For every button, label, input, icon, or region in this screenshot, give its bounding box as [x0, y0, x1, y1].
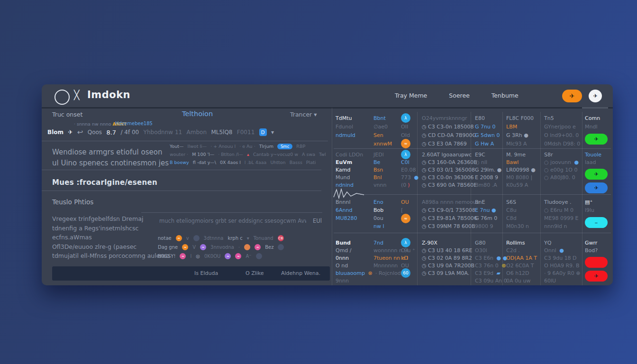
- cell-text: ◷ C3 E9-81A 7B5006: [422, 215, 477, 221]
- status-dot: [256, 253, 262, 259]
- section-label: Truc onset: [52, 111, 82, 118]
- cell-text: O nd: [336, 263, 348, 269]
- toolbar-item-10[interactable]: F0011: [237, 129, 255, 136]
- center-link[interactable]: Telthoion: [182, 110, 213, 118]
- column-divider: [417, 112, 418, 285]
- toolbar-item-2[interactable]: ✈: [68, 129, 73, 136]
- cell-text: Eno: [373, 199, 383, 205]
- table-line: LBM: [506, 122, 534, 131]
- subrow-text: RBP: [296, 144, 305, 149]
- table-col-c7: Tn5GYnerjpoo eO lnd9+00. 00Mdsh D98: 0: [544, 114, 580, 148]
- table-line: ◷ C3 U3 40 18 6RE: [422, 246, 474, 254]
- app-logo-x-icon: ╳: [74, 90, 79, 100]
- table-line: Be: [373, 158, 386, 166]
- cell-text: ◷ C3 09 L9A M0A.: [422, 270, 469, 276]
- table-line: λ: [401, 114, 410, 122]
- cell-text: 9800 9: [475, 223, 493, 229]
- action-button[interactable]: ✈: [585, 182, 608, 193]
- table-line: OD(AA 1A T: [506, 254, 537, 262]
- description-right-end: EUl: [313, 218, 322, 224]
- cell-text: ndnind: [336, 182, 354, 188]
- status-item-3: Aldehnp Wena.: [281, 270, 320, 276]
- table-line: O30l: [475, 246, 507, 254]
- cell-text: Mnnnnnn: [373, 263, 398, 269]
- action-button[interactable]: ✈: [585, 169, 608, 180]
- cell-text: ◷ CD CD-0A 7B900G: [422, 132, 476, 138]
- cell-text: M0 8080 |: [506, 174, 532, 181]
- table-line: E0.08: [401, 166, 419, 173]
- toolbar-item-8[interactable]: Ambon: [187, 129, 207, 136]
- cell-text: 0ou: [373, 215, 383, 221]
- divider: [42, 141, 328, 141]
- table-line: ◷ C3 E9-81A 7B5006: [422, 214, 480, 222]
- table-line: Tludooye .: [544, 198, 578, 206]
- toolbar-item-7[interactable]: Yhbodnnw 11: [144, 129, 182, 136]
- sub-table-row: B boewyfl -dat y—\0X 4aos ll .bL 4aaaUht…: [170, 158, 326, 166]
- toolbar-item-12[interactable]: ▾: [271, 129, 274, 136]
- action-button[interactable]: ✈: [585, 134, 608, 145]
- table-line: Kamd: [336, 166, 363, 173]
- inline-link[interactable]: Hdzemebee185: [115, 121, 153, 126]
- cell-text: ○ A80J80. 0: [544, 174, 575, 181]
- table-line: ○ nll: [475, 158, 501, 166]
- cell-text: ◷ C3 690 0A 7B560E: [422, 182, 477, 188]
- table-line: O6 h12D: [506, 269, 537, 277]
- cell-text: Onnl: [544, 247, 558, 254]
- toolbar-item-11[interactable]: D: [259, 128, 267, 136]
- table-line: M0 8080 |: [506, 173, 536, 181]
- subrow-text: l .bL 4aaa: [245, 160, 267, 165]
- toolbar-item-9[interactable]: ML5lQ8: [211, 129, 232, 136]
- table-line: E 7nu ●: [475, 206, 497, 214]
- subrow-text: Plati: [306, 160, 316, 165]
- table-line: Bawl: [506, 158, 536, 166]
- status-dot: ≈: [200, 244, 206, 250]
- cell-text: O lnd9+00. 0: [544, 132, 579, 138]
- table-col-act: Touolelaad✈✈: [585, 151, 608, 193]
- dropdown-trigger[interactable]: Trancer ▾: [290, 111, 317, 118]
- cell-text: [: [401, 207, 403, 213]
- cell-text: Kamd: [336, 167, 350, 173]
- cell-text: nnn9ld n: [544, 223, 567, 229]
- cell-text: Mund: [336, 174, 350, 181]
- subrow-text: · + Anouu l: [210, 144, 236, 149]
- table-line: 0A 0u uw: [506, 277, 537, 284]
- action-button[interactable]: −: [585, 217, 608, 228]
- table-col-c5: E9C○ nllG 29lm. ●E 2008 9Bm80 .A: [475, 151, 501, 189]
- action-button[interactable]: ✈: [585, 271, 608, 282]
- table-line: G80: [475, 239, 507, 246]
- status-dot: ≈: [235, 253, 241, 259]
- cell-text: G 76m 0: [475, 215, 497, 221]
- tag-text: krph c: [228, 236, 242, 241]
- tag-text: ◎: [196, 254, 200, 259]
- toolbar-item-5[interactable]: 8.7: [106, 129, 116, 136]
- table-line: ○ E6ru M 0: [544, 206, 578, 214]
- cell-text: l9lu: [585, 207, 594, 213]
- cell-text: G 29lm. ●: [475, 167, 501, 173]
- status-dot: [244, 244, 250, 250]
- toolbar-item-1[interactable]: Blom: [47, 129, 64, 136]
- table-line: G 3Rh ●: [506, 131, 534, 139]
- mini-pill[interactable]: Smc: [277, 144, 292, 149]
- toolbar-item-3[interactable]: ↩: [77, 128, 83, 136]
- table-col-ts: O24yvmrsknnngr◷ C3 C3-0n 185008◷ CD CD-0…: [422, 114, 476, 148]
- cell-text: O30l: [475, 247, 487, 254]
- table-line: ME98 0999 E: [544, 214, 578, 222]
- tag-text: A⁻: [246, 254, 251, 259]
- tag-text: 0K0OU: [204, 254, 220, 259]
- table-line: C3 09u An 0: [475, 277, 507, 284]
- cell-text: Sen: [373, 132, 383, 138]
- cell-text: OU: [401, 263, 409, 269]
- cell-text: C3 E6n: [475, 255, 495, 261]
- action-button[interactable]: [585, 257, 608, 268]
- cell-text: Gwrr: [585, 240, 597, 246]
- status-item-2: O Zlike: [246, 270, 264, 276]
- toolbar-item-4[interactable]: Qoos: [88, 129, 102, 136]
- cell-text: OII: [401, 124, 408, 130]
- table-line: 9800 9: [475, 222, 497, 230]
- table-col-c5: BnEE 7nu ●G 76m 09800 9: [475, 198, 497, 230]
- table-line: nnn9ld n: [544, 222, 578, 230]
- cell-text: E80: [475, 115, 485, 121]
- table-line: JEDl: [373, 151, 386, 158]
- toolbar-item-6[interactable]: / 4f 00: [120, 129, 139, 136]
- tag-text: 3dtnnna: [204, 236, 224, 241]
